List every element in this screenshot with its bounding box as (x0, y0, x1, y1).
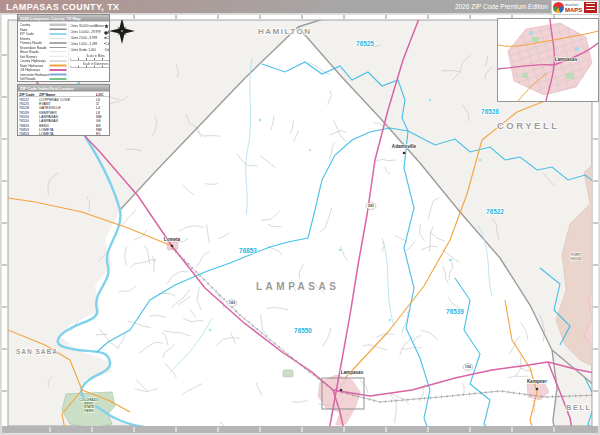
zip-label: 76528 (481, 108, 499, 115)
zip-col-header: ZIP Name (39, 92, 96, 97)
highway-shield-number: 281 (368, 203, 375, 208)
legend-city-classes: Cities 30,000 and Above ★CityCities 10,0… (68, 23, 110, 82)
place-label: Adamsville (392, 144, 417, 149)
brand-badge (584, 2, 597, 13)
inset-city-map: Lampasas (497, 18, 599, 102)
area-label: FORTHOOD (571, 253, 582, 261)
county-label: BELL (566, 403, 592, 412)
scale-bar-line (70, 66, 110, 69)
park-area-small (283, 370, 293, 377)
legend-item-label: State Highways (20, 64, 50, 68)
city-class-sample: ●City (104, 35, 110, 40)
highway-shield-number: 190 (465, 364, 472, 369)
brand-name: market MAPS (565, 3, 583, 13)
zip-label: 76522 (486, 208, 504, 215)
legend-line-items: County State ZIP Code Streets Primary Ro… (20, 23, 67, 82)
scale-bar-line (70, 58, 110, 61)
legend-swatch-ushwy (49, 69, 66, 71)
zip-name: LOMETA (39, 132, 96, 136)
zip-label: 76539 (446, 308, 464, 315)
city-class-label: Cities 1,000 - 2,499 (70, 42, 104, 46)
zip-label: 76525 (356, 40, 374, 47)
town-dot (403, 152, 406, 155)
zip-table: ZIP Code Index/Grid Locator ZIP CodeZIP … (17, 84, 110, 136)
zip-col-header: ZIP Code (18, 92, 39, 97)
county-label: HAMILTON (258, 27, 311, 36)
inset-city-label: Lampasas (555, 57, 578, 62)
legend-swatch-zip (49, 33, 66, 34)
legend-swatch-ramps (49, 56, 66, 57)
legend-swatch-minor (49, 52, 66, 53)
legend: 2026 Lampasas County, TX Map County Stat… (17, 14, 110, 82)
legend-swatch-state (49, 29, 66, 31)
town-dot (340, 389, 343, 392)
zip-table-rows: 76522COPPERAS COVEL676525EVANTI276528GAT… (18, 97, 109, 136)
legend-swatch-primary (49, 42, 66, 43)
county-label: SAN SABA (16, 348, 58, 355)
brand-logo: market MAPS (551, 0, 599, 15)
legend-item-label: Secondary Roads (20, 46, 50, 50)
legend-item-label: Streets (20, 37, 50, 41)
legend-item-label: Toll Roads (20, 77, 50, 81)
zip-col-header: LOC (96, 92, 109, 97)
place-label: Kempner (527, 379, 547, 384)
legend-item: Toll Roads (20, 77, 67, 82)
highway-shield-number: 183 (229, 300, 236, 305)
city-class-label: Cities 30,000 and Above (70, 24, 104, 28)
legend-item-label: Interstate Highways (20, 73, 50, 77)
place-label: Lampasas (341, 370, 364, 375)
city-class-label: Cities 2,500 - 9,999 (70, 36, 104, 40)
legend-item-label: ZIP Code (20, 32, 50, 36)
legend-swatch-toll (49, 78, 66, 80)
zip-table-row: 76853LOMETAE5 (18, 132, 109, 136)
legend-city-class: Cities Under 1,000 ·City (70, 47, 110, 53)
legend-item-label: County (20, 23, 50, 27)
legend-swatch-county (49, 24, 66, 27)
map-sheet: COLORADOBENDSTATEPARKFORTHOOD 281183190 … (0, 0, 600, 435)
legend-item-label: State (20, 28, 50, 32)
title-bar: LAMPASAS COUNTY, TX 2026 ZIP Code Premiu… (0, 0, 600, 13)
scale-bar: Scale in Miles (70, 55, 110, 61)
town-dot (171, 245, 174, 248)
legend-swatch-secondary (49, 47, 66, 48)
zip-label: 76550 (294, 327, 312, 334)
zip-code: 76853 (18, 132, 39, 136)
city-class-label: Cities 10,000 - 29,999 (70, 30, 104, 34)
town-dot (536, 388, 539, 391)
legend-swatch-cntyhwy (49, 60, 66, 62)
legend-item-label: Primary Roads (20, 41, 50, 45)
city-class-sample: •City (104, 42, 110, 46)
county-label: LAMPASAS (256, 281, 339, 292)
brand-word-bottom: MAPS (565, 7, 583, 13)
city-class-sample: ·City (104, 48, 110, 51)
legend-item-label: Minor Roads (20, 50, 50, 54)
scale-bar: Scale in Kilometers (70, 62, 110, 68)
zip-label: 76853 (239, 247, 257, 254)
page-title: LAMPASAS COUNTY, TX (0, 2, 119, 12)
legend-item-label: County Highways (20, 59, 50, 63)
legend-item-label: Exit Ramps (20, 55, 50, 59)
globe-icon (553, 2, 564, 13)
bottom-grid-band (2, 426, 598, 433)
city-class-sample: ◉City (104, 29, 110, 35)
city-class-label: Cities Under 1,000 (70, 48, 104, 52)
legend-swatch-statehwy (49, 64, 66, 66)
zip-grid-loc: E5 (96, 132, 109, 136)
legend-swatch-streets (49, 38, 66, 39)
legend-swatch-interstate (49, 73, 66, 75)
county-label: CORYELL (497, 120, 560, 131)
place-label: Lometa (164, 237, 181, 242)
legend-item-label: US Highways (20, 68, 50, 72)
